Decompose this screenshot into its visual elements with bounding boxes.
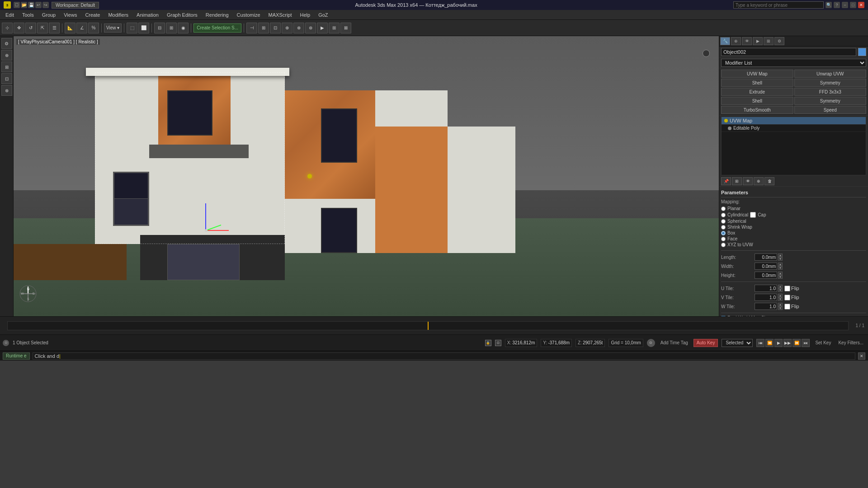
- mod-btn-extrude[interactable]: Extrude: [721, 88, 793, 96]
- minimize-button[interactable]: −: [842, 2, 848, 8]
- snap-toggle[interactable]: 📐: [65, 23, 75, 33]
- mod-btn-shell-2[interactable]: Shell: [721, 97, 793, 105]
- redo-btn[interactable]: ↪: [42, 2, 49, 8]
- percent-snap[interactable]: %: [88, 23, 99, 33]
- search-button[interactable]: 🔍: [826, 2, 832, 8]
- stack-pin[interactable]: 📌: [721, 177, 731, 185]
- tab-create[interactable]: ⊕: [731, 37, 741, 45]
- v-flip-checkbox[interactable]: [784, 295, 790, 300]
- quick-render[interactable]: ▶: [317, 23, 328, 33]
- real-world-checkbox[interactable]: [721, 316, 726, 317]
- snapping-icon[interactable]: ⊙: [647, 339, 655, 347]
- script-input[interactable]: Click and d |: [33, 352, 855, 360]
- mod-btn-ffd3x3x3[interactable]: FFD 3x3x3: [794, 88, 867, 96]
- angle-snap[interactable]: ∠: [76, 23, 87, 33]
- layer-manager[interactable]: ⊕: [282, 23, 292, 33]
- timeline-track[interactable]: [7, 321, 849, 330]
- selected-dropdown[interactable]: Selected: [722, 339, 753, 347]
- width-input[interactable]: [755, 263, 777, 270]
- tab-motion[interactable]: ▶: [753, 37, 763, 45]
- v-tile-input[interactable]: [755, 294, 777, 301]
- left-tool-5[interactable]: ⊗: [1, 85, 12, 96]
- play-anim[interactable]: ▶▶: [783, 339, 792, 347]
- tab-hierarchy[interactable]: ⊞: [764, 37, 774, 45]
- width-down[interactable]: ▼: [778, 266, 783, 270]
- add-time-tag[interactable]: Add Time Tag: [659, 340, 690, 345]
- menu-graph-editors[interactable]: Graph Editors: [163, 11, 201, 19]
- mod-btn-uww-map[interactable]: UVW Map: [721, 70, 793, 78]
- save-btn[interactable]: 💾: [28, 2, 34, 8]
- width-up[interactable]: ▲: [778, 263, 783, 266]
- mod-btn-symmetry-1[interactable]: Symmetry: [794, 79, 867, 87]
- go-to-end[interactable]: ⏭: [802, 339, 810, 347]
- render-frame[interactable]: ⊞: [329, 23, 340, 33]
- length-input[interactable]: [755, 253, 777, 261]
- place-highlight[interactable]: ◉: [178, 23, 189, 33]
- left-tool-4[interactable]: ⊡: [1, 73, 12, 84]
- prev-frame[interactable]: ⏪: [765, 339, 774, 347]
- radio-box-input[interactable]: [721, 231, 726, 235]
- material-editor[interactable]: ⊠: [340, 23, 351, 33]
- cap-checkbox[interactable]: [750, 212, 756, 218]
- new-btn[interactable]: ☐: [14, 2, 20, 8]
- height-down[interactable]: ▼: [778, 275, 783, 279]
- move-tool[interactable]: ✥: [14, 23, 24, 33]
- u-tile-input[interactable]: [755, 285, 777, 292]
- help-button[interactable]: ?: [834, 2, 840, 8]
- transform-lock-icon[interactable]: ⊡: [495, 340, 501, 346]
- height-up[interactable]: ▲: [778, 272, 783, 275]
- menu-tools[interactable]: Tools: [19, 11, 38, 19]
- view-dropdown[interactable]: View ▾: [104, 23, 122, 33]
- next-frame[interactable]: ⏩: [793, 339, 801, 347]
- mod-btn-symmetry-2[interactable]: Symmetry: [794, 97, 867, 105]
- play-btn-main[interactable]: ▶: [774, 339, 783, 347]
- search-input[interactable]: [733, 1, 824, 9]
- select-tool[interactable]: ⊹: [2, 23, 13, 33]
- u-flip-checkbox[interactable]: [784, 286, 790, 291]
- radio-xyz-uvw-input[interactable]: [721, 243, 726, 247]
- object-color-swatch[interactable]: [858, 48, 866, 56]
- render-setup[interactable]: ⊛: [305, 23, 316, 33]
- tab-display[interactable]: 👁: [742, 37, 752, 45]
- modifier-list-dropdown[interactable]: Modifier List: [721, 59, 866, 67]
- close-button[interactable]: ✕: [858, 2, 864, 8]
- workspace-selector[interactable]: Workspace: Default: [52, 2, 99, 9]
- rotate-tool[interactable]: ↺: [25, 23, 36, 33]
- menu-modifiers[interactable]: Modifiers: [104, 11, 132, 19]
- menu-edit[interactable]: Edit: [2, 11, 18, 19]
- maximize-button[interactable]: □: [850, 2, 856, 8]
- stack-remove[interactable]: 🗑: [764, 177, 774, 185]
- w-tile-down[interactable]: ▼: [778, 306, 783, 310]
- v-tile-up[interactable]: ▲: [778, 294, 783, 297]
- runtime-button[interactable]: Runtime e: [3, 352, 30, 360]
- menu-views[interactable]: Views: [60, 11, 80, 19]
- w-tile-input[interactable]: [755, 303, 777, 310]
- left-tool-3[interactable]: ⊞: [1, 61, 12, 72]
- left-tool-1[interactable]: ⚙: [1, 38, 12, 49]
- menu-help[interactable]: Help: [297, 11, 314, 19]
- open-btn[interactable]: 📂: [21, 2, 27, 8]
- menu-goz[interactable]: GoZ: [315, 11, 331, 19]
- stack-show-results[interactable]: 👁: [743, 177, 753, 185]
- undo-btn[interactable]: ↩: [35, 2, 42, 8]
- mod-btn-shell-1[interactable]: Shell: [721, 79, 793, 87]
- stack-item-editable-poly[interactable]: Editable Poly: [722, 125, 866, 132]
- stack-item-uwwmap[interactable]: UVW Map: [722, 117, 866, 125]
- menu-customize[interactable]: Customize: [233, 11, 264, 19]
- tab-modify[interactable]: 🔧: [720, 37, 730, 45]
- menu-create[interactable]: Create: [81, 11, 104, 19]
- radio-planar-input[interactable]: [721, 206, 726, 211]
- radio-cylindrical-input[interactable]: [721, 213, 726, 217]
- array-tool[interactable]: ⊞: [258, 23, 269, 33]
- create-selection-set[interactable]: Create Selection S...: [193, 23, 241, 33]
- group-manager[interactable]: ⊗: [293, 23, 304, 33]
- lock-icon[interactable]: 🔒: [485, 340, 491, 346]
- script-close[interactable]: ✕: [858, 352, 865, 360]
- v-tile-down[interactable]: ▼: [778, 297, 783, 301]
- object-name-input[interactable]: [721, 48, 856, 56]
- select-region[interactable]: ⬚: [127, 23, 137, 33]
- stack-make-unique[interactable]: ⊕: [754, 177, 764, 185]
- left-tool-2[interactable]: ⊕: [1, 50, 12, 61]
- radio-shrinkwrap-input[interactable]: [721, 225, 726, 230]
- u-tile-down[interactable]: ▼: [778, 288, 783, 292]
